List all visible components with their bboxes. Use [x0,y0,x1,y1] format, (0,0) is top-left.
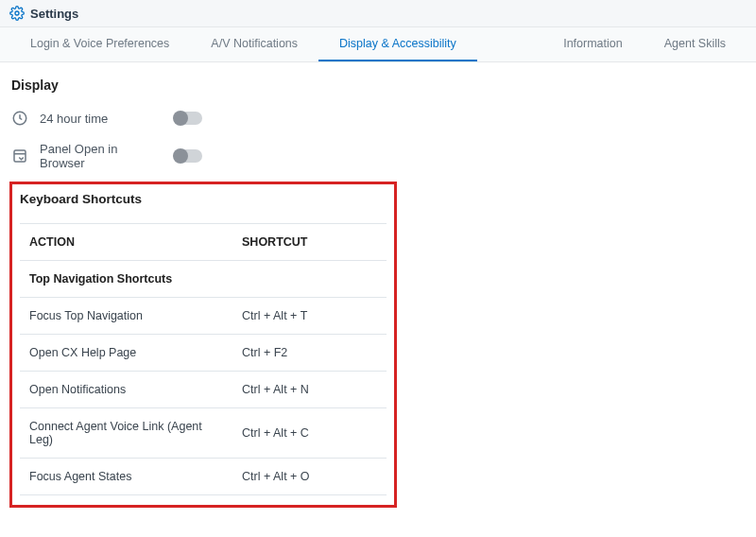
table-row: Open CX Help Page Ctrl + F2 [20,335,387,372]
shortcut-action: Open CX Help Page [20,335,232,372]
column-header-action: ACTION [20,224,232,261]
svg-rect-2 [14,150,26,162]
toggle-panel-open-browser[interactable] [174,149,202,163]
keyboard-shortcuts-table: ACTION SHORTCUT Top Navigation Shortcuts… [20,223,387,495]
shortcut-key: Ctrl + Alt + T [232,298,387,335]
column-header-shortcut: SHORTCUT [232,224,387,261]
table-row: Focus Top Navigation Ctrl + Alt + T [20,298,387,335]
tab-av-notifications[interactable]: A/V Notifications [190,27,318,61]
tab-login-voice[interactable]: Login & Voice Preferences [9,27,190,61]
page-title: Settings [30,7,78,21]
shortcut-key: Ctrl + Alt + C [232,408,387,459]
shortcuts-group-row: Top Navigation Shortcuts [20,261,387,298]
content-area: Display 24 hour time Panel Open in Brows… [0,62,756,508]
shortcut-action: Focus Top Navigation [20,298,232,335]
keyboard-shortcuts-highlight: Keyboard Shortcuts ACTION SHORTCUT Top N… [9,182,397,508]
shortcut-key: Ctrl + Alt + O [232,459,387,495]
setting-panel-open-browser: Panel Open in Browser [9,134,747,178]
table-header-row: ACTION SHORTCUT [20,224,387,261]
panel-open-icon [11,147,28,165]
tab-agent-skills[interactable]: Agent Skills [644,27,747,61]
group-label: Top Navigation Shortcuts [20,261,387,298]
tab-spacer [477,27,542,61]
tab-information[interactable]: Information [542,27,644,61]
shortcut-action: Open Notifications [20,372,232,408]
toggle-24-hour-time[interactable] [174,112,202,125]
table-row: Focus Agent States Ctrl + Alt + O [20,459,387,495]
shortcut-action: Connect Agent Voice Link (Agent Leg) [20,408,232,459]
shortcut-action: Focus Agent States [20,459,232,495]
table-row: Connect Agent Voice Link (Agent Leg) Ctr… [20,408,387,459]
setting-label: 24 hour time [40,112,163,126]
svg-point-0 [15,11,19,15]
tab-display-accessibility[interactable]: Display & Accessibility [318,27,477,61]
setting-24-hour-time: 24 hour time [9,102,747,134]
clock-icon [11,110,28,127]
gear-icon [9,6,25,21]
settings-tabs: Login & Voice Preferences A/V Notificati… [0,27,756,62]
display-section-title: Display [11,78,747,93]
settings-header: Settings [0,0,756,27]
shortcut-key: Ctrl + F2 [232,335,387,372]
table-row: Open Notifications Ctrl + Alt + N [20,372,387,408]
keyboard-shortcuts-title: Keyboard Shortcuts [20,192,387,206]
shortcut-key: Ctrl + Alt + N [232,372,387,408]
setting-label: Panel Open in Browser [40,142,163,170]
